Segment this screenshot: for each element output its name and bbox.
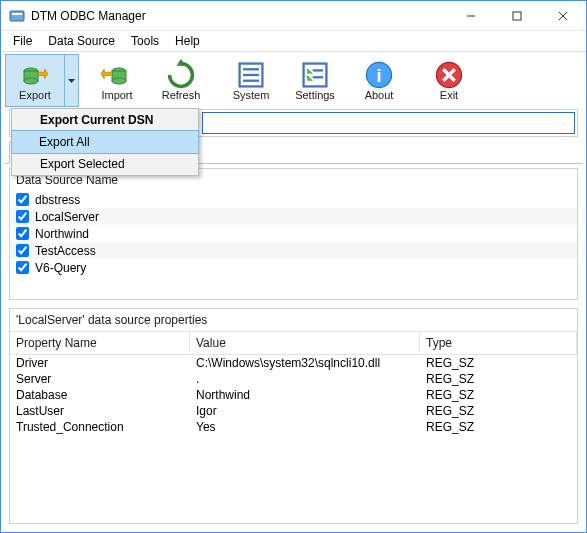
import-button[interactable]: Import xyxy=(85,54,149,107)
svg-rect-0 xyxy=(10,11,24,21)
about-button[interactable]: i About xyxy=(347,54,411,107)
about-icon: i xyxy=(363,61,395,89)
exit-icon xyxy=(433,61,465,89)
datasource-row[interactable]: V6-Query xyxy=(10,259,577,276)
datasource-checkbox[interactable] xyxy=(16,244,29,257)
svg-rect-15 xyxy=(243,79,259,81)
properties-table: Property Name Value Type DriverC:\Window… xyxy=(10,331,577,523)
menu-file[interactable]: File xyxy=(5,32,40,50)
menubar: File Data Source Tools Help xyxy=(1,31,586,51)
col-property-name[interactable]: Property Name xyxy=(10,332,190,354)
export-label: Export xyxy=(19,89,51,101)
datasource-list[interactable]: dbstressLocalServerNorthwindTestAccessV6… xyxy=(10,191,577,299)
system-icon xyxy=(235,61,267,89)
col-value[interactable]: Value xyxy=(190,332,420,354)
content-area: Data Source Name dbstressLocalServerNort… xyxy=(5,163,582,528)
property-cell-name: Database xyxy=(10,387,190,403)
export-dropdown-toggle[interactable] xyxy=(64,55,78,106)
datasource-checkbox[interactable] xyxy=(16,227,29,240)
menu-help[interactable]: Help xyxy=(167,32,208,50)
system-label: System xyxy=(233,89,270,101)
datasource-row[interactable]: dbstress xyxy=(10,191,577,208)
svg-rect-18 xyxy=(313,76,323,78)
properties-panel: 'LocalServer' data source properties Pro… xyxy=(9,308,578,524)
window-title: DTM ODBC Manager xyxy=(31,9,448,23)
property-row[interactable]: Trusted_ConnectionYesREG_SZ xyxy=(10,419,577,435)
export-selected-item[interactable]: Export Selected xyxy=(12,153,198,175)
datasource-checkbox[interactable] xyxy=(16,210,29,223)
svg-rect-3 xyxy=(513,12,521,20)
export-all-item[interactable]: Export All xyxy=(11,130,199,154)
datasource-panel: Data Source Name dbstressLocalServerNort… xyxy=(9,168,578,300)
svg-point-11 xyxy=(112,78,126,84)
refresh-label: Refresh xyxy=(162,89,201,101)
titlebar: DTM ODBC Manager xyxy=(1,1,586,31)
system-button[interactable]: System xyxy=(219,54,283,107)
close-button[interactable] xyxy=(540,1,586,30)
property-cell-type: REG_SZ xyxy=(420,371,577,387)
property-row[interactable]: LastUserIgorREG_SZ xyxy=(10,403,577,419)
property-row[interactable]: Server.REG_SZ xyxy=(10,371,577,387)
datasource-label: TestAccess xyxy=(35,244,96,258)
datasource-label: V6-Query xyxy=(35,261,86,275)
menu-datasource[interactable]: Data Source xyxy=(40,32,123,50)
export-icon xyxy=(19,61,51,89)
settings-icon xyxy=(299,61,331,89)
about-label: About xyxy=(365,89,394,101)
property-row[interactable]: DriverC:\Windows\system32\sqlncli10.dllR… xyxy=(10,355,577,371)
property-cell-name: Server xyxy=(10,371,190,387)
svg-rect-17 xyxy=(313,69,323,71)
window-controls xyxy=(448,1,586,30)
datasource-checkbox[interactable] xyxy=(16,193,29,206)
property-cell-value: Northwind xyxy=(190,387,420,403)
properties-rows: DriverC:\Windows\system32\sqlncli10.dllR… xyxy=(10,355,577,435)
property-cell-type: REG_SZ xyxy=(420,419,577,435)
toolbar: Export Import Refresh System Settings i … xyxy=(1,51,586,107)
settings-button[interactable]: Settings xyxy=(283,54,347,107)
svg-text:i: i xyxy=(376,64,381,85)
exit-label: Exit xyxy=(440,89,458,101)
datasource-row[interactable]: Northwind xyxy=(10,225,577,242)
exit-button[interactable]: Exit xyxy=(417,54,481,107)
property-cell-value: Yes xyxy=(190,419,420,435)
property-cell-name: Driver xyxy=(10,355,190,371)
property-cell-type: REG_SZ xyxy=(420,355,577,371)
properties-header-row: Property Name Value Type xyxy=(10,332,577,355)
svg-rect-1 xyxy=(12,13,22,15)
property-cell-name: LastUser xyxy=(10,403,190,419)
datasource-row[interactable]: TestAccess xyxy=(10,242,577,259)
property-cell-value: . xyxy=(190,371,420,387)
app-icon xyxy=(9,8,25,24)
datasource-row[interactable]: LocalServer xyxy=(10,208,577,225)
refresh-icon xyxy=(165,61,197,89)
property-row[interactable]: DatabaseNorthwindREG_SZ xyxy=(10,387,577,403)
import-icon xyxy=(101,61,133,89)
refresh-button[interactable]: Refresh xyxy=(149,54,213,107)
datasource-label: Northwind xyxy=(35,227,89,241)
property-cell-type: REG_SZ xyxy=(420,403,577,419)
app-window: DTM ODBC Manager File Data Source Tools … xyxy=(0,0,587,533)
menu-tools[interactable]: Tools xyxy=(123,32,167,50)
property-cell-value: C:\Windows\system32\sqlncli10.dll xyxy=(190,355,420,371)
export-split-button[interactable]: Export xyxy=(5,54,79,107)
settings-label: Settings xyxy=(295,89,335,101)
export-dropdown-menu: Export Current DSN Export All Export Sel… xyxy=(11,108,199,176)
export-current-dsn-item[interactable]: Export Current DSN xyxy=(12,109,198,131)
svg-point-8 xyxy=(24,78,38,84)
datasource-label: LocalServer xyxy=(35,210,99,224)
import-label: Import xyxy=(101,89,132,101)
properties-header: 'LocalServer' data source properties xyxy=(10,309,577,331)
property-cell-type: REG_SZ xyxy=(420,387,577,403)
svg-rect-16 xyxy=(304,63,327,86)
datasource-checkbox[interactable] xyxy=(16,261,29,274)
filter-input[interactable] xyxy=(202,112,575,134)
datasource-label: dbstress xyxy=(35,193,80,207)
property-cell-name: Trusted_Connection xyxy=(10,419,190,435)
svg-rect-13 xyxy=(243,68,259,70)
property-cell-value: Igor xyxy=(190,403,420,419)
col-type[interactable]: Type xyxy=(420,332,577,354)
svg-rect-14 xyxy=(243,73,259,75)
minimize-button[interactable] xyxy=(448,1,494,30)
maximize-button[interactable] xyxy=(494,1,540,30)
export-button[interactable]: Export xyxy=(6,55,64,106)
